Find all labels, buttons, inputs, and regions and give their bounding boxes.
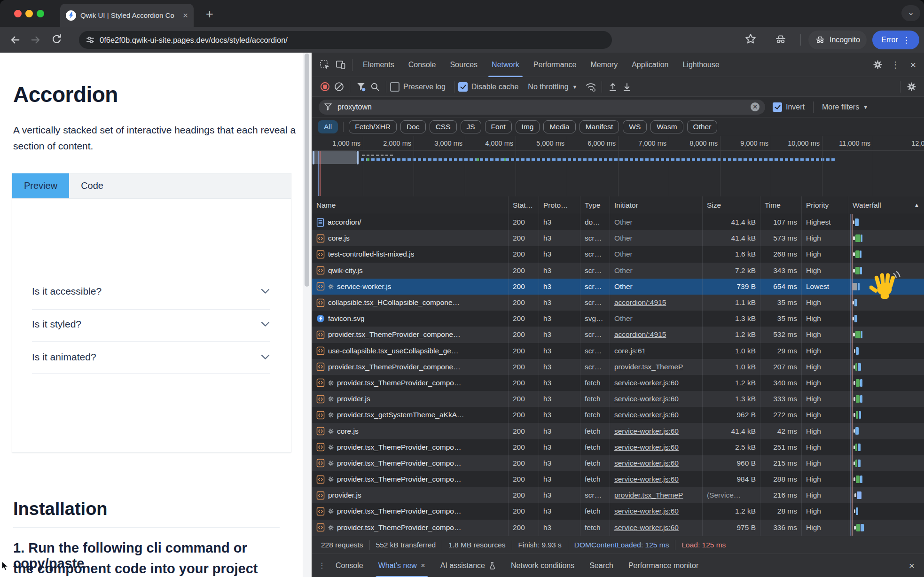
accordion-item-is-it-styled[interactable]: Is it styled? [32, 317, 270, 331]
devtools-close-icon[interactable]: × [905, 57, 921, 73]
network-request-row[interactable]: core.js200h3scr…Other41.4 kB573 msHigh [312, 230, 924, 246]
window-minimize-button[interactable] [25, 10, 33, 17]
drawer-tab-what-s-new[interactable]: What's new× [371, 554, 433, 577]
request-name-cell[interactable]: provider.tsx_ThemeProvider_compo… [312, 503, 509, 519]
network-settings-gear-icon[interactable] [904, 80, 918, 94]
network-request-row[interactable]: accordion/200h3do…Other41.4 kB107 msHigh… [312, 214, 924, 230]
request-name-cell[interactable]: provider.tsx_getSystemTheme_aKkA… [312, 407, 509, 423]
request-name-cell[interactable]: provider.tsx_ThemeProvider_compo… [312, 375, 509, 391]
filter-chip-fetch-xhr[interactable]: Fetch/XHR [349, 120, 397, 133]
network-request-row[interactable]: provider.tsx_ThemeProvider_compone…200h3… [312, 327, 924, 343]
new-tab-button[interactable]: + [206, 7, 213, 22]
initiator-cell[interactable]: accordion/:4915 [610, 295, 703, 311]
url-text[interactable]: 0f6e2f0b.qwik-ui-site.pages.dev/docs/sty… [100, 36, 288, 45]
filter-chip-manifest[interactable]: Manifest [579, 120, 619, 133]
kebab-menu-icon[interactable]: ⋮ [902, 36, 910, 44]
invert-checkbox[interactable] [773, 102, 782, 112]
drawer-tab-search[interactable]: Search [582, 554, 621, 577]
devtools-kebab-menu-icon[interactable]: ⋮ [887, 57, 903, 73]
network-request-row[interactable]: provider.tsx_ThemeProvider_compo…200h3fe… [312, 439, 924, 455]
initiator-cell[interactable]: service-worker.js:60 [610, 520, 703, 536]
column-header-priority[interactable]: Priority [802, 196, 848, 214]
tab-preview[interactable]: Preview [12, 173, 69, 198]
initiator-link[interactable]: service-worker.js:60 [614, 507, 679, 515]
network-request-row[interactable]: provider.tsx_ThemeProvider_compone…200h3… [312, 359, 924, 375]
timeline-selection-handle-left[interactable] [313, 151, 314, 164]
throttling-dropdown[interactable]: No throttling ▼ [528, 83, 577, 91]
devtools-tab-performance[interactable]: Performance [526, 53, 584, 77]
column-header-waterfall[interactable]: Waterfall▲ [848, 196, 924, 214]
network-request-row[interactable]: core.js200h3fetchservice-worker.js:6041.… [312, 423, 924, 439]
invert-label[interactable]: Invert [786, 103, 805, 111]
request-name-cell[interactable]: provider.tsx_ThemeProvider_compone… [312, 359, 509, 375]
request-name-cell[interactable]: service-worker.js [312, 279, 509, 295]
tab-code[interactable]: Code [69, 173, 115, 198]
network-request-row[interactable]: provider.tsx_ThemeProvider_compo…200h3fe… [312, 471, 924, 487]
filter-chip-doc[interactable]: Doc [400, 120, 426, 133]
request-name-cell[interactable]: provider.tsx_ThemeProvider_compo… [312, 455, 509, 471]
devtools-settings-gear-icon[interactable] [869, 57, 885, 73]
initiator-link[interactable]: accordion/:4915 [614, 298, 666, 307]
initiator-link[interactable]: service-worker.js:60 [614, 475, 679, 483]
initiator-cell[interactable]: core.js:61 [610, 343, 703, 359]
drawer-tab-console[interactable]: Console [328, 554, 371, 577]
inspect-element-icon[interactable] [317, 57, 333, 73]
request-name-cell[interactable]: provider.tsx_ThemeProvider_compo… [312, 471, 509, 487]
network-request-row[interactable]: use-collapsible.tsx_useCollapsible_ge…20… [312, 343, 924, 359]
request-name-cell[interactable]: accordion/ [312, 214, 509, 230]
drawer-tab-performance-monitor[interactable]: Performance monitor [621, 554, 706, 577]
forward-button[interactable] [29, 33, 42, 47]
browser-menu-error-button[interactable]: Error ⋮ [872, 31, 919, 49]
devtools-tab-network[interactable]: Network [485, 53, 526, 77]
devtools-tab-memory[interactable]: Memory [583, 53, 625, 77]
column-header-time[interactable]: Time [760, 196, 802, 214]
browser-tab[interactable]: Qwik UI | Styled Accordion Co × [60, 4, 194, 27]
network-request-row[interactable]: collapsible.tsx_HCollapsible_compone…200… [312, 295, 924, 311]
initiator-cell[interactable]: service-worker.js:60 [610, 391, 703, 407]
request-name-cell[interactable]: provider.js [312, 391, 509, 407]
window-close-button[interactable] [14, 10, 22, 17]
column-header-type[interactable]: Type [580, 196, 610, 214]
initiator-cell[interactable]: service-worker.js:60 [610, 471, 703, 487]
column-header-initiator[interactable]: Initiator [610, 196, 703, 214]
url-bar[interactable]: 0f6e2f0b.qwik-ui-site.pages.dev/docs/sty… [79, 31, 612, 49]
initiator-link[interactable]: provider.tsx_ThemeP [614, 363, 683, 371]
network-request-row[interactable]: favicon.svg200h3svg…Other1.3 kB35 msHigh [312, 311, 924, 327]
preserve-log-checkbox[interactable] [390, 82, 399, 92]
initiator-link[interactable]: core.js:61 [614, 347, 646, 355]
clear-filter-icon[interactable]: ✕ [751, 102, 760, 111]
export-har-icon[interactable] [620, 80, 634, 94]
network-conditions-icon[interactable] [584, 80, 598, 94]
request-name-cell[interactable]: core.js [312, 423, 509, 439]
column-header-name[interactable]: Name [312, 196, 509, 214]
filter-input-pill[interactable]: ✕ [319, 100, 765, 115]
request-name-cell[interactable]: provider.tsx_ThemeProvider_compo… [312, 439, 509, 455]
network-request-row[interactable]: qwik-city.js200h3scr…Other7.2 kB343 msHi… [312, 263, 924, 279]
devtools-tab-console[interactable]: Console [401, 53, 443, 77]
filter-chip-ws[interactable]: WS [623, 120, 647, 133]
filter-chip-other[interactable]: Other [687, 120, 718, 133]
initiator-link[interactable]: service-worker.js:60 [614, 443, 679, 452]
accordion-item-is-it-accessible[interactable]: Is it accessible? [32, 284, 270, 298]
bookmark-star-icon[interactable] [744, 33, 758, 46]
devtools-tab-sources[interactable]: Sources [443, 53, 485, 77]
tab-search-button[interactable]: ⌄ [901, 5, 920, 21]
devtools-tab-lighthouse[interactable]: Lighthouse [675, 53, 726, 77]
initiator-cell[interactable]: service-worker.js:60 [610, 375, 703, 391]
network-request-row[interactable]: provider.tsx_ThemeProvider_compo…200h3fe… [312, 503, 924, 519]
network-request-row[interactable]: service-worker.js200h3scr…Other739 B654 … [312, 279, 924, 295]
initiator-cell[interactable]: service-worker.js:60 [610, 423, 703, 439]
timeline-selection-handle-right[interactable] [357, 151, 359, 164]
drawer-kebab-menu-icon[interactable]: ⋮ [316, 561, 328, 570]
drawer-close-icon[interactable]: × [909, 560, 920, 571]
filter-chip-all[interactable]: All [318, 120, 338, 133]
network-request-row[interactable]: test-controlled-list-mixed.js200h3scr…Ot… [312, 246, 924, 262]
initiator-cell[interactable]: service-worker.js:60 [610, 407, 703, 423]
filter-chip-media[interactable]: Media [543, 120, 575, 133]
device-toolbar-icon[interactable] [333, 57, 349, 73]
request-name-cell[interactable]: qwik-city.js [312, 263, 509, 279]
request-name-cell[interactable]: provider.tsx_ThemeProvider_compone… [312, 327, 509, 343]
initiator-cell[interactable]: service-worker.js:60 [610, 503, 703, 519]
request-name-cell[interactable]: provider.tsx_ThemeProvider_compo… [312, 520, 509, 536]
initiator-cell[interactable]: service-worker.js:60 [610, 455, 703, 471]
